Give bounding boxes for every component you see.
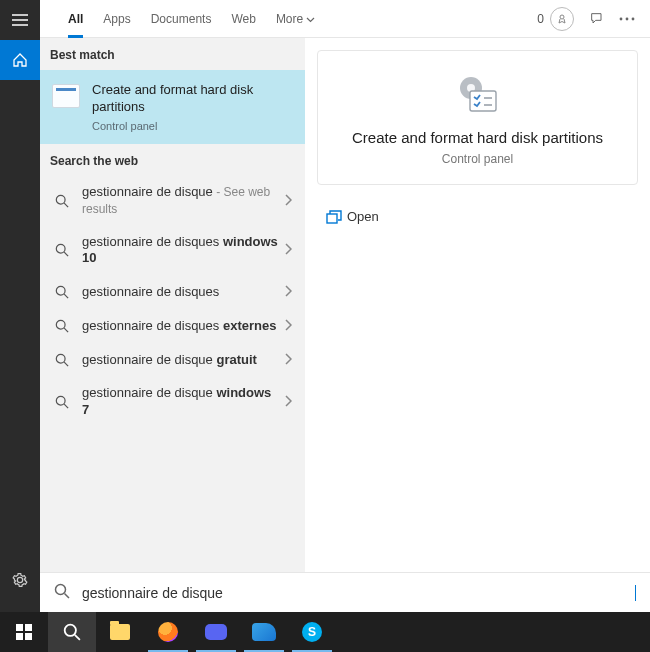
svg-point-3 [632, 17, 635, 20]
svg-rect-24 [16, 624, 23, 631]
tab-more[interactable]: More [266, 0, 325, 38]
svg-point-10 [56, 321, 65, 330]
settings-icon[interactable] [0, 560, 40, 600]
search-icon [52, 194, 72, 208]
svg-rect-27 [25, 633, 32, 640]
taskbar-search-icon[interactable] [48, 612, 96, 652]
chevron-right-icon [279, 393, 297, 411]
web-result-text: gestionnaire de disques windows 10 [82, 234, 279, 268]
svg-line-13 [64, 363, 68, 367]
taskbar: S [0, 612, 650, 652]
filter-tabs: All Apps Documents Web More 0 [40, 0, 650, 38]
svg-line-5 [64, 203, 68, 207]
web-result-text: gestionnaire de disque gratuit [82, 352, 279, 369]
open-label: Open [347, 209, 379, 224]
svg-line-23 [65, 593, 70, 598]
results-list: Best match Create and format hard disk p… [40, 38, 305, 612]
best-match-label: Best match [40, 38, 305, 70]
web-result-text: gestionnaire de disques externes [82, 318, 279, 335]
search-bar[interactable]: gestionnaire de disque [40, 572, 650, 612]
start-button[interactable] [0, 612, 48, 652]
svg-point-1 [620, 17, 623, 20]
search-icon [52, 395, 72, 409]
tab-apps[interactable]: Apps [93, 0, 140, 38]
svg-point-6 [56, 245, 65, 254]
svg-line-15 [64, 404, 68, 408]
results-area: Best match Create and format hard disk p… [40, 38, 650, 612]
menu-icon[interactable] [0, 0, 40, 40]
best-match-title: Create and format hard disk partitions [92, 82, 295, 116]
svg-point-28 [65, 625, 76, 636]
svg-point-8 [56, 287, 65, 296]
svg-line-9 [64, 295, 68, 299]
tab-documents[interactable]: Documents [141, 0, 222, 38]
web-result[interactable]: gestionnaire de disques [40, 275, 305, 309]
feedback-icon[interactable] [582, 0, 612, 38]
tab-web[interactable]: Web [221, 0, 265, 38]
search-icon [52, 319, 72, 333]
detail-pane: Create and format hard disk partitions C… [305, 38, 650, 612]
chevron-right-icon [279, 351, 297, 369]
detail-subtitle: Control panel [330, 152, 625, 166]
chevron-down-icon [306, 12, 315, 26]
web-result[interactable]: gestionnaire de disque windows 7 [40, 377, 305, 427]
open-action[interactable]: Open [317, 201, 638, 232]
svg-line-7 [64, 253, 68, 257]
svg-point-0 [560, 15, 564, 19]
svg-line-11 [64, 329, 68, 333]
svg-point-12 [56, 355, 65, 364]
home-icon[interactable] [0, 40, 40, 80]
search-icon [52, 353, 72, 367]
more-icon[interactable] [612, 0, 642, 38]
taskbar-explorer-icon[interactable] [96, 612, 144, 652]
chevron-right-icon [279, 192, 297, 210]
best-match-subtitle: Control panel [92, 120, 295, 132]
svg-rect-25 [25, 624, 32, 631]
left-rail [0, 0, 40, 612]
taskbar-firefox-icon[interactable] [144, 612, 192, 652]
reward-count: 0 [537, 12, 544, 26]
chevron-right-icon [279, 241, 297, 259]
taskbar-discord-icon[interactable] [192, 612, 240, 652]
detail-card: Create and format hard disk partitions C… [317, 50, 638, 185]
disk-partition-icon [52, 84, 80, 108]
rewards-icon[interactable] [550, 7, 574, 31]
svg-point-22 [56, 584, 66, 594]
web-result-text: gestionnaire de disque windows 7 [82, 385, 279, 419]
svg-point-14 [56, 397, 65, 406]
search-icon [52, 285, 72, 299]
web-result[interactable]: gestionnaire de disque gratuit [40, 343, 305, 377]
open-icon [321, 210, 347, 224]
search-web-label: Search the web [40, 144, 305, 176]
svg-rect-26 [16, 633, 23, 640]
search-icon [52, 243, 72, 257]
svg-rect-21 [327, 214, 337, 223]
svg-point-4 [56, 195, 65, 204]
svg-point-2 [626, 17, 629, 20]
svg-rect-18 [470, 91, 496, 111]
web-result[interactable]: gestionnaire de disques windows 10 [40, 226, 305, 276]
tab-all[interactable]: All [58, 0, 93, 38]
web-result-text: gestionnaire de disque - See web results [82, 184, 279, 218]
detail-title: Create and format hard disk partitions [330, 129, 625, 146]
web-result[interactable]: gestionnaire de disques externes [40, 309, 305, 343]
search-icon [54, 583, 70, 603]
best-match-item[interactable]: Create and format hard disk partitions C… [40, 70, 305, 144]
text-caret [635, 585, 636, 601]
web-result[interactable]: gestionnaire de disque - See web results [40, 176, 305, 226]
taskbar-mail-icon[interactable] [240, 612, 288, 652]
web-result-text: gestionnaire de disques [82, 284, 279, 301]
chevron-right-icon [279, 317, 297, 335]
detail-disk-icon [456, 75, 500, 115]
svg-line-29 [75, 635, 80, 640]
chevron-right-icon [279, 283, 297, 301]
search-input[interactable]: gestionnaire de disque [82, 585, 635, 601]
taskbar-skype-icon[interactable]: S [288, 612, 336, 652]
